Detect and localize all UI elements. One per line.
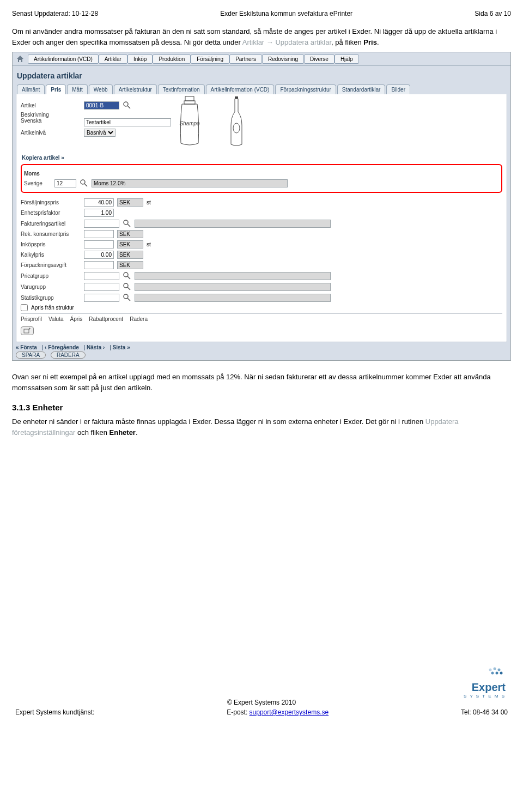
pager-nav: « Första | ‹ Föregående | Nästa › | Sist… — [13, 342, 510, 360]
menu-f-rs-ljning[interactable]: Försäljning — [191, 54, 229, 64]
wine-bottle-icon — [228, 95, 245, 147]
tab-allm-nt[interactable]: Allmänt — [17, 84, 45, 94]
tab-f-rpackningsstruktur[interactable]: Förpackningsstruktur — [275, 84, 336, 94]
svg-point-20 — [489, 669, 492, 671]
menu-hj-lp[interactable]: Hjälp — [335, 54, 359, 64]
tab-pris[interactable]: Pris — [46, 84, 66, 94]
copyright: © Expert Systems 2010 — [12, 699, 511, 706]
save-button[interactable]: SPARA — [16, 352, 46, 359]
svg-line-10 — [127, 224, 130, 227]
suffix-ink-pspris: st — [147, 241, 151, 247]
tab-bilder[interactable]: Bilder — [386, 84, 410, 94]
unit-f-rpackningsavgift — [117, 261, 143, 269]
delete-button[interactable]: RADERA — [51, 352, 86, 359]
label-kalkylpris: Kalkylpris — [21, 252, 81, 258]
label-f-rs-ljningspris: Försäljningspris — [21, 199, 81, 205]
label-artikelniva: Artikelnivå — [21, 130, 81, 136]
input-artikel[interactable] — [84, 101, 119, 110]
input-enhetsprisfaktor[interactable] — [84, 209, 114, 217]
input-varugrupp[interactable] — [84, 283, 119, 291]
svg-point-0 — [124, 102, 128, 106]
search-icon[interactable] — [123, 282, 131, 291]
search-icon[interactable] — [80, 179, 88, 187]
label-apris: Apris från struktur — [31, 305, 74, 311]
svg-rect-5 — [235, 96, 238, 99]
section-heading: 3.1.3 Enheter — [12, 403, 511, 412]
header-right: Sida 6 av 10 — [475, 10, 511, 17]
label-sverige: Sverige — [24, 180, 51, 186]
unit-f-rs-ljningspris — [117, 198, 143, 207]
tab-m-tt[interactable]: Mått — [67, 84, 87, 94]
support-email-link[interactable]: support@expertsystems.se — [250, 708, 329, 716]
menu-ink-p[interactable]: Inköp — [127, 54, 153, 64]
label-statistikgrupp: Statistikgrupp — [21, 295, 81, 301]
input-svenska[interactable] — [84, 118, 171, 126]
input-kalkylpris[interactable] — [84, 251, 114, 259]
display-varugrupp — [135, 283, 331, 291]
search-icon[interactable] — [123, 219, 131, 228]
menu-produktion[interactable]: Produktion — [153, 54, 191, 64]
form-area: Artikel Beskrivning Svenska Artikelnivå — [16, 94, 507, 342]
label-f-rpackningsavgift: Förpackningsavgift — [21, 262, 81, 268]
footer-mid: E-post: support@expertsystems.se — [227, 708, 329, 716]
unit-ink-pspris — [117, 240, 143, 249]
svg-rect-17 — [24, 329, 29, 333]
svg-point-13 — [124, 283, 128, 288]
label-varugrupp: Varugrupp — [21, 284, 81, 290]
add-row-button[interactable] — [21, 326, 34, 335]
input-f-rpackningsavgift[interactable] — [84, 261, 114, 269]
highlighted-moms-section: Moms Sverige — [21, 164, 502, 193]
tab-artikelstruktur[interactable]: Artikelstruktur — [114, 84, 157, 94]
nav-prev[interactable]: ‹ Föregående — [45, 344, 79, 350]
grid-header--pris: Ápris — [70, 316, 83, 322]
menu-diverse[interactable]: Diverse — [304, 54, 335, 64]
search-icon[interactable] — [123, 101, 131, 110]
tab-webb[interactable]: Webb — [89, 84, 113, 94]
input-moms-code[interactable] — [54, 179, 76, 187]
grid-header-rabattprocent: Rabattprocent — [89, 316, 123, 322]
svg-point-24 — [496, 672, 498, 675]
menubar: Artikelinformation (VCD)ArtiklarInköpPro… — [13, 52, 510, 66]
suffix-f-rs-ljningspris: st — [147, 199, 151, 205]
search-icon[interactable] — [123, 293, 131, 302]
input-statistikgrupp[interactable] — [84, 294, 119, 302]
grid-header-prisprofil: Prisprofil — [21, 316, 42, 322]
menu-redovisning[interactable]: Redovisning — [262, 54, 304, 64]
checkbox-apris[interactable] — [21, 304, 28, 311]
label-enhetsprisfaktor: Enhetsprisfaktor — [21, 210, 81, 216]
svg-line-14 — [127, 287, 130, 290]
input-pricatgrupp[interactable] — [84, 272, 119, 280]
label-artikel: Artikel — [21, 102, 81, 108]
tab-textinformation[interactable]: Textinformation — [158, 84, 205, 94]
svg-point-7 — [81, 180, 85, 184]
grid-header-valuta: Valuta — [48, 316, 64, 322]
nav-last[interactable]: Sista » — [113, 344, 130, 350]
unit-kalkylpris — [117, 251, 143, 259]
input-f-rs-ljningspris[interactable] — [84, 198, 114, 207]
input-ink-pspris[interactable] — [84, 240, 114, 249]
section-paragraph: De enheter ni sänder i er faktura måste … — [12, 416, 511, 438]
select-artikelniva[interactable]: Basnivå — [84, 129, 115, 137]
label-rek-konsumentpris: Rek. konsumentpris — [21, 231, 81, 237]
input-rek-konsumentpris[interactable] — [84, 230, 114, 238]
search-icon[interactable] — [123, 271, 131, 280]
svg-point-6 — [233, 123, 240, 133]
svg-point-15 — [124, 294, 128, 299]
footer-right: Tel: 08-46 34 00 — [461, 708, 508, 716]
home-icon[interactable] — [16, 54, 25, 63]
menu-partners[interactable]: Partners — [229, 54, 262, 64]
svg-text:Shampo: Shampo — [179, 120, 200, 126]
nav-first[interactable]: « Första — [16, 344, 37, 350]
intro-paragraph: Om ni använder andra momssatser på faktu… — [12, 26, 511, 47]
link-kopiera-artikel[interactable]: Kopiera artikel » — [21, 153, 502, 163]
tab-artikelinformation-vcd-[interactable]: Artikelinformation (VCD) — [206, 84, 275, 94]
label-moms: Moms — [24, 171, 499, 177]
menu-artiklar[interactable]: Artiklar — [99, 54, 127, 64]
menu-artikelinformation-vcd-[interactable]: Artikelinformation (VCD) — [28, 54, 99, 64]
label-beskrivning: Beskrivning Svenska — [21, 112, 81, 124]
tab-standardartiklar[interactable]: Standardartiklar — [337, 84, 386, 94]
svg-point-21 — [494, 668, 496, 670]
nav-next[interactable]: Nästa › — [87, 344, 105, 350]
input-faktureringsartikel[interactable] — [84, 220, 119, 228]
expert-systems-logo: Expert S Y S T E M S — [446, 666, 506, 699]
